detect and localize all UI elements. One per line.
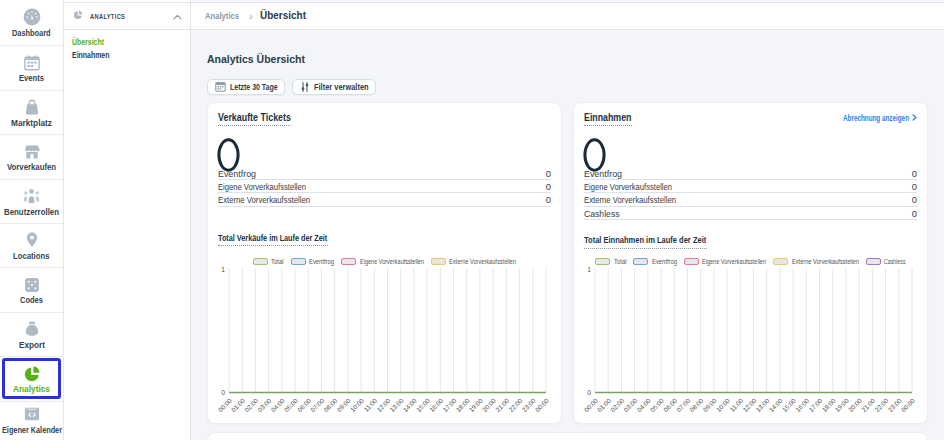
svg-text:05:00: 05:00	[283, 397, 300, 414]
svg-text:15:00: 15:00	[781, 397, 798, 414]
svg-text:23:00: 23:00	[520, 397, 537, 414]
svg-text:17:00: 17:00	[807, 397, 824, 414]
svg-text:1: 1	[221, 267, 225, 273]
svg-text:22:00: 22:00	[507, 397, 524, 414]
svg-text:16:00: 16:00	[428, 397, 445, 414]
svg-text:05:00: 05:00	[649, 397, 666, 414]
svg-text:13:00: 13:00	[754, 397, 771, 414]
svg-text:10:00: 10:00	[349, 397, 366, 414]
svg-text:03:00: 03:00	[622, 397, 639, 414]
svg-text:10:00: 10:00	[715, 397, 732, 414]
svg-text:13:00: 13:00	[388, 397, 405, 414]
svg-text:14:00: 14:00	[768, 397, 785, 414]
svg-text:06:00: 06:00	[662, 397, 679, 414]
svg-text:20:00: 20:00	[481, 397, 498, 414]
svg-text:18:00: 18:00	[454, 397, 471, 414]
svg-text:21:00: 21:00	[494, 397, 511, 414]
svg-text:22:00: 22:00	[873, 397, 890, 414]
svg-text:14:00: 14:00	[402, 397, 419, 414]
svg-text:00:00: 00:00	[534, 397, 551, 414]
svg-text:19:00: 19:00	[468, 397, 485, 414]
svg-text:0: 0	[221, 389, 225, 396]
svg-text:08:00: 08:00	[322, 397, 339, 414]
svg-text:07:00: 07:00	[309, 397, 326, 414]
svg-text:17:00: 17:00	[441, 397, 458, 414]
svg-text:09:00: 09:00	[702, 397, 719, 414]
svg-text:04:00: 04:00	[269, 397, 286, 414]
svg-text:1: 1	[587, 267, 591, 273]
svg-text:01:00: 01:00	[230, 397, 247, 414]
svg-text:23:00: 23:00	[886, 397, 903, 414]
svg-text:03:00: 03:00	[256, 397, 273, 414]
svg-text:21:00: 21:00	[860, 397, 877, 414]
svg-text:12:00: 12:00	[375, 397, 392, 414]
svg-text:0: 0	[587, 389, 591, 396]
svg-text:06:00: 06:00	[296, 397, 313, 414]
svg-text:07:00: 07:00	[675, 397, 692, 414]
svg-text:19:00: 19:00	[834, 397, 851, 414]
svg-text:08:00: 08:00	[688, 397, 705, 414]
svg-text:02:00: 02:00	[243, 397, 260, 414]
svg-text:09:00: 09:00	[336, 397, 353, 414]
svg-text:01:00: 01:00	[596, 397, 613, 414]
svg-text:02:00: 02:00	[609, 397, 626, 414]
svg-text:00:00: 00:00	[900, 397, 917, 414]
svg-text:12:00: 12:00	[741, 397, 758, 414]
svg-text:18:00: 18:00	[820, 397, 837, 414]
svg-text:20:00: 20:00	[847, 397, 864, 414]
svg-text:16:00: 16:00	[794, 397, 811, 414]
svg-text:04:00: 04:00	[635, 397, 652, 414]
svg-text:15:00: 15:00	[415, 397, 432, 414]
